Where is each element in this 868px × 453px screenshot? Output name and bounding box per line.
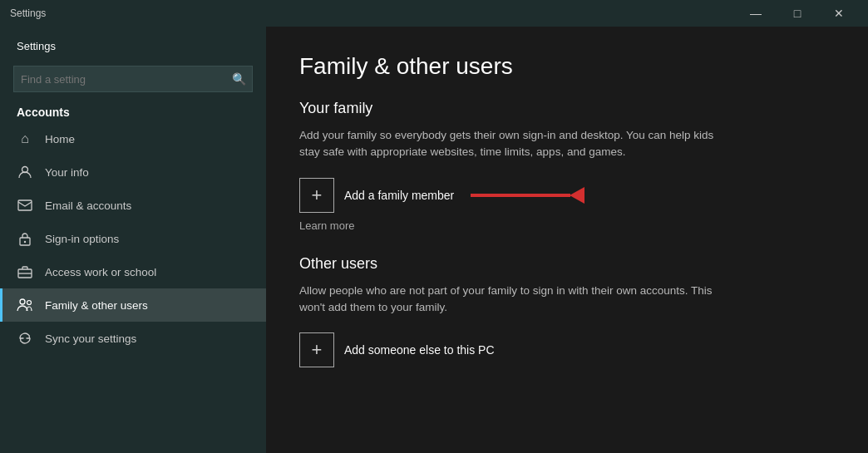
arrow-head [570, 187, 584, 204]
svg-point-6 [20, 299, 25, 304]
sidebar-item-your-info-label: Your info [45, 166, 89, 179]
arrow-pointing-left [471, 187, 584, 204]
sidebar: Settings 🔍 Accounts ⌂ Home Your info [0, 27, 266, 453]
add-other-user-button[interactable]: + [299, 332, 334, 367]
sidebar-item-sync-label: Sync your settings [45, 332, 136, 345]
svg-rect-1 [18, 200, 32, 210]
sidebar-item-sync-settings[interactable]: Sync your settings [0, 322, 266, 355]
main-content: Family & other users Your family Add you… [266, 27, 868, 453]
add-family-member-label: Add a family member [344, 189, 454, 202]
app-title: Settings [10, 7, 46, 19]
sync-icon [17, 330, 33, 347]
other-users-desc: Allow people who are not part of your fa… [299, 283, 715, 317]
minimize-button[interactable]: — [737, 0, 775, 27]
learn-more-link[interactable]: Learn more [299, 219, 835, 232]
sidebar-item-access-work-label: Access work or school [45, 266, 156, 278]
close-button[interactable]: ✕ [820, 0, 858, 27]
red-arrow [471, 187, 584, 204]
svg-point-3 [24, 241, 26, 243]
app-body: Settings 🔍 Accounts ⌂ Home Your info [0, 27, 868, 453]
search-icon: 🔍 [225, 66, 252, 92]
sign-in-icon [17, 230, 33, 247]
family-icon [17, 297, 33, 313]
sidebar-item-sign-in-options[interactable]: Sign-in options [0, 222, 266, 255]
add-other-user-row: + Add someone else to this PC [299, 332, 835, 367]
briefcase-icon [17, 263, 33, 280]
add-other-user-label: Add someone else to this PC [344, 343, 495, 357]
title-bar: Settings — □ ✕ [0, 0, 868, 27]
your-family-title: Your family [299, 100, 835, 117]
search-input[interactable] [14, 73, 225, 86]
sidebar-item-access-work[interactable]: Access work or school [0, 255, 266, 288]
window-controls: — □ ✕ [737, 0, 858, 27]
sidebar-item-family-other-users[interactable]: Family & other users [0, 288, 266, 322]
add-family-member-row: + Add a family member [299, 178, 835, 213]
sidebar-item-email-accounts[interactable]: Email & accounts [0, 189, 266, 222]
add-family-member-button[interactable]: + [299, 178, 334, 213]
your-family-desc: Add your family so everybody gets their … [299, 127, 715, 161]
sidebar-item-home[interactable]: ⌂ Home [0, 122, 266, 155]
sidebar-item-your-info[interactable]: Your info [0, 155, 266, 189]
your-info-icon [17, 164, 33, 180]
email-icon [17, 197, 33, 214]
other-users-title: Other users [299, 255, 835, 273]
sidebar-item-home-label: Home [45, 133, 75, 145]
sidebar-item-sign-in-label: Sign-in options [45, 233, 119, 245]
search-box[interactable]: 🔍 [13, 66, 253, 92]
maximize-button[interactable]: □ [778, 0, 816, 27]
page-title: Family & other users [299, 53, 835, 80]
sidebar-header: Settings [0, 27, 266, 59]
home-icon: ⌂ [17, 130, 33, 147]
svg-point-7 [27, 301, 32, 305]
sidebar-item-email-label: Email & accounts [45, 199, 131, 212]
sidebar-section-label: Accounts [0, 102, 266, 122]
arrow-line [471, 194, 570, 197]
sidebar-item-family-label: Family & other users [45, 299, 148, 312]
